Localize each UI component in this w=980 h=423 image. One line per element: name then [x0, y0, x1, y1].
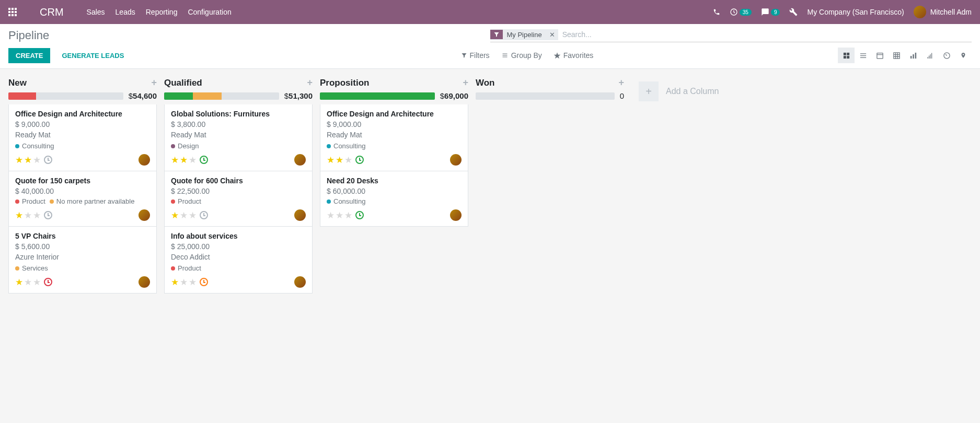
user-avatar[interactable] [914, 6, 926, 18]
card-avatar[interactable] [139, 276, 150, 288]
view-cohort[interactable] [921, 48, 938, 63]
messages-icon[interactable]: 9 [761, 8, 780, 16]
priority-star[interactable]: ★ [344, 155, 352, 166]
card-tag: Consulting [327, 197, 365, 205]
filters-toggle[interactable]: Filters [461, 51, 490, 60]
column-title[interactable]: Proposition [320, 78, 369, 88]
card-avatar[interactable] [139, 209, 150, 221]
view-kanban[interactable] [838, 48, 855, 63]
priority-star[interactable]: ★ [189, 155, 197, 166]
card-avatar[interactable] [139, 154, 150, 166]
nav-leads[interactable]: Leads [116, 8, 135, 16]
column-total: $51,300 [284, 91, 313, 100]
column-title[interactable]: New [8, 78, 27, 88]
kanban-card[interactable]: Need 20 Desks $ 60,000.00 Consulting ★★★ [320, 171, 468, 227]
kanban-card[interactable]: Quote for 600 Chairs $ 22,500.00 Product… [164, 171, 313, 227]
priority-star[interactable]: ★ [15, 155, 23, 166]
column-add-icon[interactable]: + [618, 77, 624, 88]
card-tag: Product [171, 197, 201, 205]
app-brand[interactable]: CRM [40, 6, 64, 18]
nav-sales[interactable]: Sales [87, 8, 105, 16]
create-button[interactable]: CREATE [8, 48, 50, 63]
priority-star[interactable]: ★ [33, 277, 41, 288]
priority-star[interactable]: ★ [24, 277, 32, 288]
activity-clock-icon[interactable] [200, 211, 208, 219]
filter-chip-close[interactable]: ✕ [546, 29, 558, 40]
priority-star[interactable]: ★ [189, 210, 197, 221]
priority-star[interactable]: ★ [189, 277, 197, 288]
priority-star[interactable]: ★ [180, 277, 188, 288]
column-progress[interactable] [476, 92, 615, 100]
column-add-icon[interactable]: + [151, 77, 157, 88]
kanban-card[interactable]: Quote for 150 carpets $ 40,000.00 Produc… [8, 171, 157, 227]
priority-star[interactable]: ★ [327, 155, 335, 166]
search-area[interactable]: My Pipeline ✕ [490, 28, 972, 42]
priority-star[interactable]: ★ [15, 210, 23, 221]
priority-star[interactable]: ★ [171, 210, 179, 221]
kanban-card[interactable]: 5 VP Chairs $ 5,600.00 Azure Interior Se… [8, 227, 157, 293]
view-pivot[interactable] [888, 48, 905, 63]
card-amount: $ 5,600.00 [15, 242, 150, 251]
activity-icon[interactable]: 35 [730, 8, 752, 16]
card-avatar[interactable] [450, 154, 462, 166]
view-graph[interactable] [905, 48, 921, 63]
column-title[interactable]: Qualified [164, 78, 202, 88]
priority-star[interactable]: ★ [171, 155, 179, 166]
kanban-card[interactable]: Global Solutions: Furnitures $ 3,800.00 … [164, 104, 313, 171]
phone-icon[interactable] [713, 8, 720, 16]
favorites-toggle[interactable]: Favorites [554, 51, 594, 60]
debug-icon[interactable] [789, 8, 798, 16]
card-avatar[interactable] [294, 154, 306, 166]
column-add-icon[interactable]: + [307, 77, 313, 88]
priority-star[interactable]: ★ [336, 155, 343, 166]
priority-star[interactable]: ★ [327, 210, 335, 221]
activity-clock-icon[interactable] [44, 156, 52, 164]
groupby-toggle[interactable]: Group By [501, 51, 542, 60]
card-avatar[interactable] [294, 276, 306, 288]
activity-clock-icon[interactable] [200, 278, 208, 286]
priority-star[interactable]: ★ [180, 155, 188, 166]
view-dashboard[interactable] [938, 48, 955, 63]
card-avatar[interactable] [294, 209, 306, 221]
search-input[interactable] [558, 28, 972, 41]
activity-clock-icon[interactable] [355, 211, 364, 219]
priority-star[interactable]: ★ [24, 210, 32, 221]
svg-rect-10 [927, 57, 928, 58]
activity-clock-icon[interactable] [44, 278, 52, 286]
card-customer: Azure Interior [15, 253, 150, 261]
generate-leads-button[interactable]: GENERATE LEADS [54, 48, 131, 63]
column-progress[interactable] [164, 92, 279, 100]
company-selector[interactable]: My Company (San Francisco) [807, 8, 904, 16]
column-progress[interactable] [320, 92, 435, 100]
priority-star[interactable]: ★ [33, 210, 41, 221]
column-add-icon[interactable]: + [463, 77, 468, 88]
nav-reporting[interactable]: Reporting [146, 8, 178, 16]
nav-configuration[interactable]: Configuration [188, 8, 231, 16]
priority-star[interactable]: ★ [33, 155, 41, 166]
card-customer: Ready Mat [15, 131, 150, 139]
priority-star[interactable]: ★ [171, 277, 179, 288]
kanban-card[interactable]: Office Design and Architecture $ 9,000.0… [320, 104, 468, 171]
activity-clock-icon[interactable] [355, 156, 364, 164]
kanban-card[interactable]: Info about services $ 25,000.00 Deco Add… [164, 227, 313, 293]
user-name[interactable]: Mitchell Adm [930, 8, 972, 16]
add-column[interactable]: + Add a Column [631, 74, 726, 109]
view-map[interactable] [955, 48, 972, 63]
top-navbar: CRM Sales Leads Reporting Configuration … [0, 0, 980, 24]
priority-star[interactable]: ★ [24, 155, 32, 166]
priority-star[interactable]: ★ [336, 210, 343, 221]
activity-clock-icon[interactable] [200, 156, 208, 164]
priority-star[interactable]: ★ [180, 210, 188, 221]
view-list[interactable] [855, 48, 871, 63]
card-avatar[interactable] [450, 209, 462, 221]
activity-clock-icon[interactable] [44, 211, 52, 219]
view-calendar[interactable] [871, 48, 888, 63]
kanban-card[interactable]: Office Design and Architecture $ 9,000.0… [8, 104, 157, 171]
column-title[interactable]: Won [476, 78, 495, 88]
priority-star[interactable]: ★ [15, 277, 23, 288]
priority-star[interactable]: ★ [344, 210, 352, 221]
apps-icon[interactable] [8, 8, 17, 16]
card-customer: Ready Mat [171, 131, 306, 139]
column-total: $69,000 [440, 91, 468, 100]
column-progress[interactable] [8, 92, 123, 100]
